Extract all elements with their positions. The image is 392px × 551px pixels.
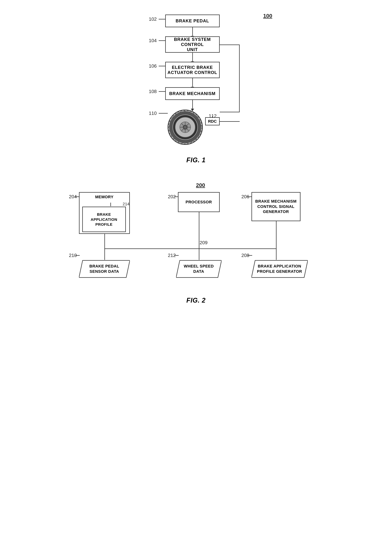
brake-system-box: BRAKE SYSTEM CONTROL UNIT <box>165 36 220 53</box>
arrow-electric-to-mechanism <box>192 78 193 87</box>
line-to-brake-app-gen <box>276 248 277 260</box>
memory-label: MEMORY <box>82 194 126 200</box>
brake-pedal-box: BRAKE PEDAL <box>165 14 220 27</box>
brake-pedal-sensor-para: BRAKE PEDAL SENSOR DATA <box>79 260 130 278</box>
memory-box: MEMORY 214 BRAKE APPLICATION PROFILE <box>79 192 130 234</box>
processor-box: PROCESSOR <box>178 192 220 212</box>
line-processor-down <box>199 212 199 248</box>
ref-104: 104 <box>149 38 157 43</box>
ref-106: 106 <box>149 63 157 69</box>
horizontal-bus-line <box>105 248 276 249</box>
arrow-system-to-electric <box>192 53 193 62</box>
arrow-brake-pedal-to-system <box>192 27 193 36</box>
ref-102: 102 <box>149 16 157 22</box>
arrow-mechanism-to-tire <box>192 100 193 109</box>
wheel-speed-para: WHEEL SPEED DATA <box>176 260 222 278</box>
line-to-wheel-speed <box>199 248 199 260</box>
fig1-container: 100 102 BRAKE PEDAL 104 BRAKE SYSTEM CON… <box>114 11 278 164</box>
brake-mechanism-box: BRAKE MECHANISM <box>165 87 220 100</box>
fig1-label: FIG. 1 <box>114 156 278 164</box>
tire-image <box>167 109 203 146</box>
ref-110: 110 <box>149 110 157 116</box>
ref-214: 214 <box>123 201 129 207</box>
fig1-diagram: 100 102 BRAKE PEDAL 104 BRAKE SYSTEM CON… <box>114 11 278 153</box>
fig1-diagram-number: 100 <box>263 13 272 19</box>
ref-108: 108 <box>149 89 157 94</box>
fig2-diagram-number: 200 <box>196 182 205 188</box>
fig2-container: 200 204 MEMORY 214 BRAKE APPLICATION PRO… <box>69 182 323 304</box>
fig2-label: FIG. 2 <box>69 297 323 304</box>
brake-mechanism-control-box: BRAKE MECHANISM CONTROL SIGNAL GENERATOR <box>252 192 301 221</box>
ref-209: 209 <box>200 240 208 245</box>
electric-brake-box: ELECTRIC BRAKE ACTUATOR CONTROL <box>165 62 220 78</box>
ref-112: 112 <box>209 113 217 119</box>
brake-app-profile-inner-box: BRAKE APPLICATION PROFILE <box>82 207 126 232</box>
line-memory-down <box>105 234 105 248</box>
page: 100 102 BRAKE PEDAL 104 BRAKE SYSTEM CON… <box>0 0 392 551</box>
fig2-diagram: 200 204 MEMORY 214 BRAKE APPLICATION PRO… <box>69 182 323 291</box>
line-to-brake-pedal-sensor <box>105 248 105 260</box>
brake-app-profile-gen-para: BRAKE APPLICATION PROFILE GENERATOR <box>252 260 308 278</box>
line-brake-mech-down <box>276 221 277 248</box>
